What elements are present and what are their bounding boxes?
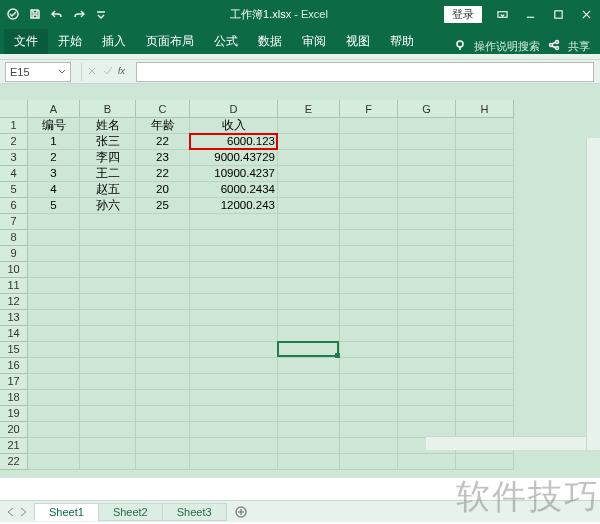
cell-G4[interactable] <box>398 166 456 182</box>
cell-F5[interactable] <box>340 182 398 198</box>
tab-insert[interactable]: 插入 <box>92 29 136 54</box>
cell-B14[interactable] <box>80 326 136 342</box>
cell-H1[interactable] <box>456 118 514 134</box>
cell-F16[interactable] <box>340 358 398 374</box>
close-icon[interactable] <box>572 4 600 24</box>
autosave-toggle-icon[interactable] <box>6 7 20 21</box>
cell-D1[interactable]: 收入 <box>190 118 278 134</box>
login-button[interactable]: 登录 <box>444 6 482 23</box>
cell-D3[interactable]: 9000.43729 <box>190 150 278 166</box>
cell-C16[interactable] <box>136 358 190 374</box>
cell-G15[interactable] <box>398 342 456 358</box>
tellme-icon[interactable] <box>454 39 466 54</box>
cell-H13[interactable] <box>456 310 514 326</box>
cell-F15[interactable] <box>340 342 398 358</box>
cell-C14[interactable] <box>136 326 190 342</box>
cell-E6[interactable] <box>278 198 340 214</box>
cell-A15[interactable] <box>28 342 80 358</box>
select-all-triangle[interactable] <box>0 100 28 118</box>
cell-A12[interactable] <box>28 294 80 310</box>
cell-G8[interactable] <box>398 230 456 246</box>
ribbon-options-icon[interactable] <box>488 4 516 24</box>
cancel-formula-icon[interactable] <box>86 65 98 79</box>
cell-A3[interactable]: 2 <box>28 150 80 166</box>
row-header-6[interactable]: 6 <box>0 198 28 214</box>
row-header-13[interactable]: 13 <box>0 310 28 326</box>
cell-D21[interactable] <box>190 438 278 454</box>
cell-H11[interactable] <box>456 278 514 294</box>
row-header-21[interactable]: 21 <box>0 438 28 454</box>
cell-A14[interactable] <box>28 326 80 342</box>
cell-A18[interactable] <box>28 390 80 406</box>
cell-B22[interactable] <box>80 454 136 470</box>
tab-view[interactable]: 视图 <box>336 29 380 54</box>
cell-E19[interactable] <box>278 406 340 422</box>
cell-A21[interactable] <box>28 438 80 454</box>
cell-E4[interactable] <box>278 166 340 182</box>
cell-C7[interactable] <box>136 214 190 230</box>
row-header-17[interactable]: 17 <box>0 374 28 390</box>
cell-E20[interactable] <box>278 422 340 438</box>
cell-E5[interactable] <box>278 182 340 198</box>
cell-G10[interactable] <box>398 262 456 278</box>
cell-F8[interactable] <box>340 230 398 246</box>
cell-G12[interactable] <box>398 294 456 310</box>
cell-C1[interactable]: 年龄 <box>136 118 190 134</box>
maximize-icon[interactable] <box>544 4 572 24</box>
col-header-C[interactable]: C <box>136 100 190 118</box>
cell-C12[interactable] <box>136 294 190 310</box>
row-header-14[interactable]: 14 <box>0 326 28 342</box>
sheet-tab-Sheet1[interactable]: Sheet1 <box>34 503 99 521</box>
nav-next-icon[interactable] <box>18 507 28 517</box>
cell-E9[interactable] <box>278 246 340 262</box>
cell-F13[interactable] <box>340 310 398 326</box>
cell-B8[interactable] <box>80 230 136 246</box>
cell-A1[interactable]: 编号 <box>28 118 80 134</box>
tab-file[interactable]: 文件 <box>4 29 48 54</box>
cell-B17[interactable] <box>80 374 136 390</box>
cell-A17[interactable] <box>28 374 80 390</box>
cell-F7[interactable] <box>340 214 398 230</box>
cell-A9[interactable] <box>28 246 80 262</box>
cell-G11[interactable] <box>398 278 456 294</box>
row-header-9[interactable]: 9 <box>0 246 28 262</box>
share-icon[interactable] <box>548 39 560 54</box>
horizontal-scrollbar[interactable] <box>426 436 586 450</box>
cell-H7[interactable] <box>456 214 514 230</box>
row-header-20[interactable]: 20 <box>0 422 28 438</box>
col-header-D[interactable]: D <box>190 100 278 118</box>
sheet-tab-Sheet2[interactable]: Sheet2 <box>98 503 163 521</box>
cell-D5[interactable]: 6000.2434 <box>190 182 278 198</box>
cell-G7[interactable] <box>398 214 456 230</box>
cell-D13[interactable] <box>190 310 278 326</box>
cell-E22[interactable] <box>278 454 340 470</box>
cell-F18[interactable] <box>340 390 398 406</box>
cell-C8[interactable] <box>136 230 190 246</box>
cell-A11[interactable] <box>28 278 80 294</box>
cell-A10[interactable] <box>28 262 80 278</box>
row-header-3[interactable]: 3 <box>0 150 28 166</box>
cell-C5[interactable]: 20 <box>136 182 190 198</box>
cell-B21[interactable] <box>80 438 136 454</box>
cell-E12[interactable] <box>278 294 340 310</box>
row-header-16[interactable]: 16 <box>0 358 28 374</box>
cell-D12[interactable] <box>190 294 278 310</box>
cell-B19[interactable] <box>80 406 136 422</box>
nav-prev-icon[interactable] <box>6 507 16 517</box>
cell-E2[interactable] <box>278 134 340 150</box>
cell-C6[interactable]: 25 <box>136 198 190 214</box>
row-header-15[interactable]: 15 <box>0 342 28 358</box>
cell-G1[interactable] <box>398 118 456 134</box>
cell-B3[interactable]: 李四 <box>80 150 136 166</box>
tab-data[interactable]: 数据 <box>248 29 292 54</box>
tab-formulas[interactable]: 公式 <box>204 29 248 54</box>
row-header-8[interactable]: 8 <box>0 230 28 246</box>
cell-E11[interactable] <box>278 278 340 294</box>
cell-B13[interactable] <box>80 310 136 326</box>
cell-A7[interactable] <box>28 214 80 230</box>
row-header-22[interactable]: 22 <box>0 454 28 470</box>
cell-C4[interactable]: 22 <box>136 166 190 182</box>
cell-E10[interactable] <box>278 262 340 278</box>
cell-F2[interactable] <box>340 134 398 150</box>
cell-G5[interactable] <box>398 182 456 198</box>
